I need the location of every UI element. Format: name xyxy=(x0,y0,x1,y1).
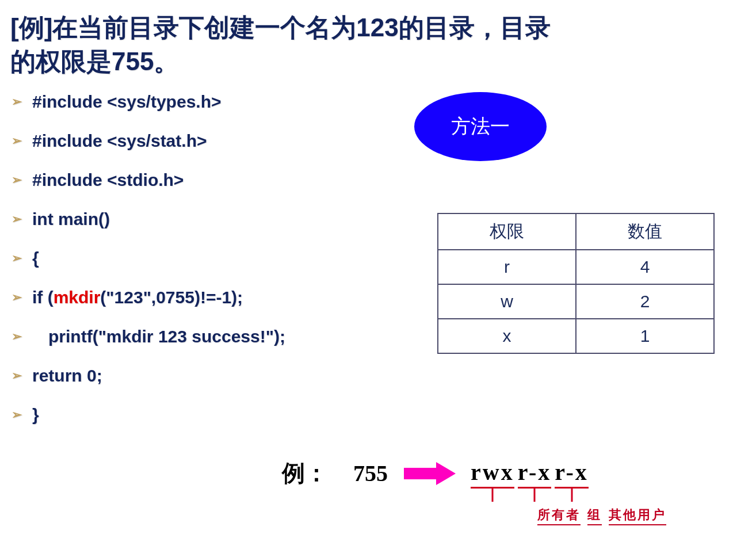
method-badge-label: 方法一 xyxy=(451,113,510,140)
permission-string: rwx r-x r-x xyxy=(471,459,589,489)
code-line-7: printf("mkdir 123 success!"); xyxy=(32,327,285,346)
permission-group-labels: 所有者 组 其他用户 xyxy=(537,506,666,525)
bullet-icon: ➢ xyxy=(12,133,22,148)
arrow-right-icon xyxy=(404,463,456,484)
bullet-icon: ➢ xyxy=(12,329,22,344)
table-row: r4 xyxy=(438,250,714,284)
bullet-icon: ➢ xyxy=(12,290,22,305)
bullet-icon: ➢ xyxy=(12,407,22,422)
code-line-1: #include <sys/types.h> xyxy=(32,92,222,112)
example-label: 例： xyxy=(282,457,328,489)
code-line-8: return 0; xyxy=(32,366,102,386)
code-listing: ➢#include <sys/types.h> ➢#include <sys/s… xyxy=(12,92,380,444)
bullet-icon: ➢ xyxy=(12,212,22,227)
code-line-4: int main() xyxy=(32,209,110,229)
bullet-icon: ➢ xyxy=(12,173,22,188)
code-line-9: } xyxy=(32,405,39,425)
perm-group-owner: rwx xyxy=(471,459,514,489)
bullet-icon: ➢ xyxy=(12,94,22,109)
perm-group-group: r-x xyxy=(518,459,552,489)
permission-example: 例： 755 rwx r-x r-x xyxy=(282,457,589,489)
slide-title: [例]在当前目录下创建一个名为123的目录，目录的权限是755。 xyxy=(10,10,574,79)
perm-header-value: 数值 xyxy=(576,213,714,250)
example-number: 755 xyxy=(353,460,388,487)
label-other: 其他用户 xyxy=(609,506,666,525)
label-group: 组 xyxy=(587,506,602,525)
code-line-2: #include <sys/stat.h> xyxy=(32,131,207,151)
code-line-5: { xyxy=(32,249,39,268)
code-line-6: if (mkdir("123",0755)!=-1); xyxy=(32,288,243,307)
bullet-icon: ➢ xyxy=(12,368,22,383)
table-row: x1 xyxy=(438,319,714,353)
bullet-icon: ➢ xyxy=(12,251,22,266)
permission-table: 权限 数值 r4 w2 x1 xyxy=(437,213,715,354)
perm-group-other: r-x xyxy=(555,459,589,489)
mkdir-keyword: mkdir xyxy=(54,288,101,307)
method-badge: 方法一 xyxy=(414,92,547,161)
table-row: w2 xyxy=(438,284,714,319)
label-owner: 所有者 xyxy=(537,506,581,525)
code-line-3: #include <stdio.h> xyxy=(32,170,184,190)
perm-header-name: 权限 xyxy=(438,213,576,250)
